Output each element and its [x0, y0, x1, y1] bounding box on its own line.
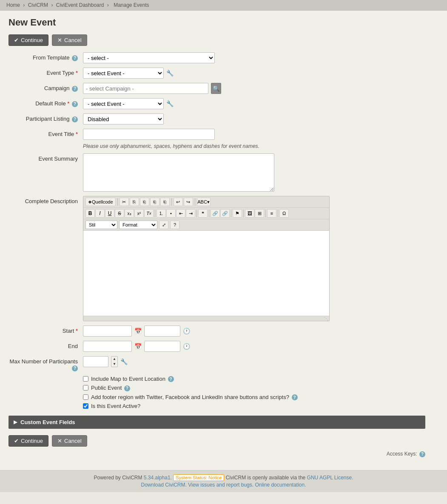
event-summary-controls: [83, 153, 438, 192]
cancel-button-top[interactable]: ✕ Cancel: [52, 34, 87, 46]
event-summary-textarea[interactable]: [83, 153, 274, 192]
public-event-checkbox[interactable]: [83, 385, 88, 391]
include-map-checkbox[interactable]: [83, 376, 88, 382]
rte-copy-button[interactable]: ⎘: [130, 198, 139, 206]
event-type-select[interactable]: - select Event -: [83, 68, 164, 79]
rte-cut-button[interactable]: ✂: [120, 198, 129, 206]
footer-region-help[interactable]: ?: [292, 394, 298, 400]
rte-orderedlist-button[interactable]: 1.: [157, 209, 166, 218]
end-calendar-icon[interactable]: 📅: [134, 343, 142, 350]
footer-region-checkbox[interactable]: [83, 394, 88, 400]
x-icon: ✕: [57, 37, 62, 43]
rte-toolbar-main: B I U S x₂ x² Tx 1. • ⇤ ⇥ ❝ 🔗 🔗: [83, 208, 329, 219]
rte-bold-button[interactable]: B: [85, 209, 95, 218]
footer-docs-link[interactable]: Online documentation.: [255, 482, 306, 488]
rte-blockquote-button[interactable]: ❝: [198, 209, 208, 218]
rte-maximize-button[interactable]: ⤢: [159, 221, 168, 229]
campaign-input[interactable]: [83, 83, 208, 94]
footer-issues-link[interactable]: View issues and report bugs.: [188, 482, 253, 488]
custom-event-fields-label: Custom Event Fields: [20, 419, 75, 425]
from-template-help[interactable]: ?: [72, 55, 78, 61]
rte-divider9: [265, 210, 266, 217]
rte-style-select[interactable]: Stil: [85, 221, 117, 229]
rte-italic-button[interactable]: I: [95, 209, 105, 218]
from-template-row: From Template ? - select -: [9, 52, 438, 63]
rte-removeformat-button[interactable]: Tx: [144, 209, 154, 218]
campaign-row: Campaign ? 🔍: [9, 83, 438, 94]
rte-help-button[interactable]: ?: [170, 221, 179, 229]
rte-indent-button[interactable]: ⇥: [186, 209, 195, 218]
continue-button-top[interactable]: ✔ Continue: [9, 34, 48, 46]
event-title-input[interactable]: [83, 129, 215, 140]
participant-listing-select[interactable]: Disabled: [83, 113, 164, 125]
rte-specialchar-button[interactable]: Ω: [279, 209, 289, 218]
rte-paste-plain-button[interactable]: ⎗: [150, 198, 159, 206]
checkmark-icon: ✔: [14, 37, 19, 43]
rte-flag-button[interactable]: ⚑: [233, 209, 242, 218]
rte-subscript-button[interactable]: x₂: [125, 209, 134, 218]
default-role-wrench-icon[interactable]: 🔧: [166, 100, 174, 107]
rte-underline-button[interactable]: U: [105, 209, 114, 218]
start-date-input[interactable]: [83, 326, 132, 337]
rte-align-button[interactable]: ≡: [267, 209, 276, 218]
cancel-button-bottom[interactable]: ✕ Cancel: [52, 435, 87, 447]
breadcrumb-civicrm[interactable]: CiviCRM: [28, 2, 48, 8]
end-time-input[interactable]: [144, 341, 180, 352]
complete-description-label: Complete Description: [9, 196, 83, 204]
access-keys-help[interactable]: ?: [419, 451, 425, 457]
event-title-row: Event Title * Please use only alphanumer…: [9, 129, 438, 149]
participant-listing-help[interactable]: ?: [72, 116, 78, 122]
rte-divider5: [196, 210, 197, 217]
rte-table-button[interactable]: ⊞: [255, 209, 264, 218]
campaign-help[interactable]: ?: [72, 86, 78, 92]
rte-source-button[interactable]: ❖ Quellcode: [85, 198, 116, 206]
rte-source-icon: ❖: [88, 200, 92, 204]
rte-unorderedlist-button[interactable]: •: [166, 209, 176, 218]
rte-format-select[interactable]: Format: [119, 221, 157, 229]
rte-unlink-button[interactable]: 🔗: [220, 209, 230, 218]
rte-divider8: [243, 210, 244, 217]
start-time-input[interactable]: [144, 326, 180, 337]
continue-button-bottom[interactable]: ✔ Continue: [9, 435, 48, 447]
max-participants-spinner[interactable]: ▲ ▼: [111, 356, 118, 367]
rte-resize-handle[interactable]: ⋱: [83, 316, 329, 321]
footer-version-link[interactable]: 5.34.alpha1.: [144, 475, 172, 481]
breadcrumb-civievent[interactable]: CiviEvent Dashboard: [56, 2, 104, 8]
footer-download-link[interactable]: Download CiviCRM.: [141, 482, 186, 488]
rte-body[interactable]: [83, 231, 329, 316]
default-role-select[interactable]: - select Event -: [83, 98, 164, 109]
custom-event-fields-section[interactable]: ▶ Custom Event Fields: [9, 416, 425, 429]
breadcrumb: Home › CiviCRM › CiviEvent Dashboard › M…: [0, 0, 447, 11]
rte-paste-button[interactable]: ⎗: [140, 198, 149, 206]
start-calendar-icon[interactable]: 📅: [134, 328, 142, 334]
footer-license-link[interactable]: GNU AGPL License.: [307, 475, 353, 481]
access-keys: Access Keys: ?: [9, 451, 425, 457]
rte-divider1: [117, 198, 118, 206]
rte-superscript-button[interactable]: x²: [134, 209, 144, 218]
breadcrumb-home[interactable]: Home: [6, 2, 20, 8]
max-participants-row: Max Number of Participants ? ▲ ▼ 🔧: [9, 356, 438, 371]
top-button-bar: ✔ Continue ✕ Cancel: [9, 34, 438, 46]
rte-undo-button[interactable]: ↩: [174, 198, 183, 206]
system-status-badge[interactable]: System Status: Notice: [173, 474, 224, 481]
rte-spellcheck-button[interactable]: ABC▾: [197, 198, 211, 206]
footer-links: Download CiviCRM. View issues and report…: [4, 482, 443, 488]
rte-strikethrough-button[interactable]: S: [115, 209, 124, 218]
public-event-help[interactable]: ?: [124, 385, 130, 391]
from-template-select[interactable]: - select -: [83, 52, 215, 63]
rte-paste-word-button[interactable]: ⎗: [160, 198, 170, 206]
rte-link-button[interactable]: 🔗: [211, 209, 220, 218]
rte-image-button[interactable]: 🖼: [245, 209, 254, 218]
end-date-input[interactable]: [83, 341, 132, 352]
breadcrumb-current: Manage Events: [114, 2, 149, 8]
include-map-help[interactable]: ?: [168, 376, 174, 382]
max-participants-help[interactable]: ?: [72, 365, 78, 371]
max-participants-input[interactable]: [83, 356, 108, 367]
default-role-help[interactable]: ?: [72, 101, 78, 107]
event-type-wrench-icon[interactable]: 🔧: [166, 70, 174, 76]
rte-outdent-button[interactable]: ⇤: [176, 209, 185, 218]
rte-redo-button[interactable]: ↪: [184, 198, 193, 206]
max-participants-wrench-icon[interactable]: 🔧: [120, 358, 128, 365]
is-active-checkbox[interactable]: [83, 403, 88, 409]
campaign-search-button[interactable]: 🔍: [211, 83, 221, 94]
